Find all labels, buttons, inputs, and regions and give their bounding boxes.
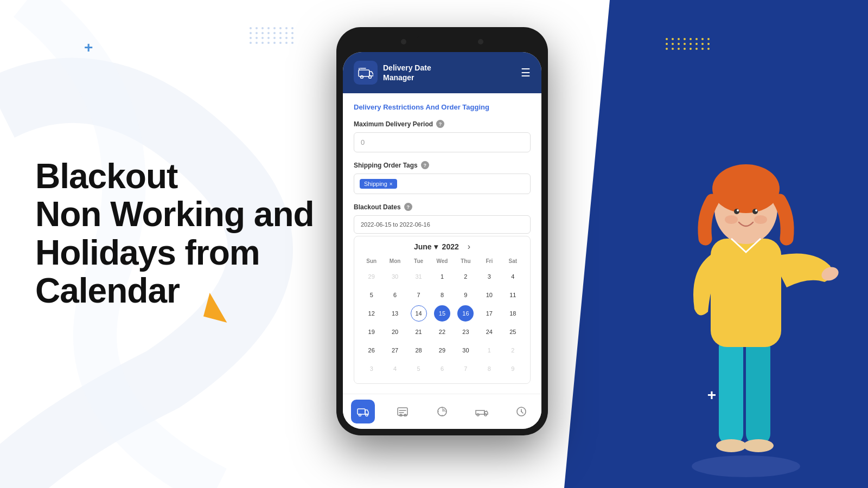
app-title-text: Delivery Date Manager bbox=[383, 63, 431, 82]
bottom-navigation bbox=[343, 394, 541, 429]
day-thu: Thu bbox=[454, 257, 477, 265]
cal-day-22[interactable]: 22 bbox=[434, 324, 450, 340]
cal-day-3[interactable]: 3 bbox=[481, 268, 497, 285]
day-tue: Tue bbox=[407, 257, 430, 265]
cal-day-30[interactable]: 30 bbox=[457, 342, 474, 358]
month-dropdown-icon: ▾ bbox=[434, 242, 438, 251]
cal-day-7[interactable]: 7 bbox=[411, 287, 427, 303]
max-delivery-label: Maximum Delivery Period ? bbox=[354, 120, 531, 128]
cal-day-3-next[interactable]: 3 bbox=[363, 361, 380, 377]
phone-screen: Delivery Date Manager ☰ Delivery Restric… bbox=[343, 52, 541, 429]
svg-point-14 bbox=[692, 455, 800, 477]
svg-point-1 bbox=[361, 76, 363, 79]
cal-day-25[interactable]: 25 bbox=[505, 324, 521, 340]
max-delivery-input[interactable] bbox=[354, 132, 531, 152]
cal-day-4[interactable]: 4 bbox=[505, 268, 521, 285]
calendar-week-1: 29 30 31 1 2 3 4 bbox=[360, 267, 525, 286]
cal-day-9-next[interactable]: 9 bbox=[505, 361, 521, 377]
cal-day-26[interactable]: 26 bbox=[363, 342, 380, 358]
character-illustration bbox=[651, 108, 841, 488]
nav-delivery-icon[interactable] bbox=[351, 400, 375, 423]
cal-day-17[interactable]: 17 bbox=[481, 305, 497, 322]
cal-day-4-next[interactable]: 4 bbox=[387, 361, 403, 377]
cal-day-8[interactable]: 8 bbox=[434, 287, 450, 303]
svg-point-23 bbox=[734, 209, 739, 214]
svg-point-18 bbox=[743, 439, 774, 452]
cal-day-5[interactable]: 5 bbox=[363, 287, 380, 303]
cal-day-29[interactable]: 29 bbox=[434, 342, 450, 358]
cal-day-2[interactable]: 2 bbox=[457, 268, 474, 285]
nav-analytics-icon[interactable] bbox=[430, 400, 454, 423]
cal-day-2-next[interactable]: 2 bbox=[505, 342, 521, 358]
calendar-week-6: 3 4 5 6 7 8 9 bbox=[360, 359, 525, 378]
svg-point-22 bbox=[712, 164, 780, 213]
max-delivery-help-icon[interactable]: ? bbox=[436, 120, 444, 128]
calendar-grid: Sun Mon Tue Wed Thu Fri Sat 29 30 bbox=[360, 257, 525, 378]
cal-day-27[interactable]: 27 bbox=[387, 342, 403, 358]
headline-line1: Blackout bbox=[35, 157, 177, 196]
svg-point-2 bbox=[369, 76, 372, 79]
nav-vehicle-icon[interactable] bbox=[470, 400, 494, 423]
cal-day-6-next[interactable]: 6 bbox=[434, 361, 450, 377]
calendar-next-button[interactable]: › bbox=[468, 242, 470, 252]
headline-line2: Non Working and bbox=[35, 195, 314, 234]
cal-day-24[interactable]: 24 bbox=[481, 324, 497, 340]
blackout-dates-help-icon[interactable]: ? bbox=[404, 203, 412, 211]
app-title-line2: Manager bbox=[383, 73, 431, 82]
headline-line3: Holidays from bbox=[35, 233, 260, 272]
blackout-date-input[interactable]: 2022-06-15 to 2022-06-16 bbox=[354, 215, 531, 234]
svg-point-4 bbox=[359, 414, 361, 416]
cal-day-8-next[interactable]: 8 bbox=[481, 361, 497, 377]
cal-day-11[interactable]: 11 bbox=[505, 287, 521, 303]
headline-line4: Calendar bbox=[35, 271, 180, 310]
cal-day-30-prev[interactable]: 30 bbox=[387, 268, 403, 285]
cal-day-28[interactable]: 28 bbox=[411, 342, 427, 358]
svg-rect-15 bbox=[719, 336, 743, 445]
cal-day-13[interactable]: 13 bbox=[387, 305, 403, 322]
calendar-month-selector[interactable]: June ▾ bbox=[414, 242, 438, 251]
svg-point-5 bbox=[366, 414, 368, 416]
cal-day-16[interactable]: 16 bbox=[457, 305, 474, 322]
cal-day-19[interactable]: 19 bbox=[363, 324, 380, 340]
cal-day-31-prev[interactable]: 31 bbox=[411, 268, 427, 285]
nav-schedule-icon[interactable] bbox=[509, 400, 533, 423]
hamburger-menu[interactable]: ☰ bbox=[521, 66, 531, 79]
cal-day-21[interactable]: 21 bbox=[411, 324, 427, 340]
svg-point-24 bbox=[752, 209, 758, 214]
cal-day-6[interactable]: 6 bbox=[387, 287, 403, 303]
notch-center-bar bbox=[415, 36, 469, 47]
svg-point-26 bbox=[755, 209, 757, 211]
shipping-tags-label: Shipping Order Tags ? bbox=[354, 161, 531, 169]
app-logo-area: Delivery Date Manager bbox=[354, 61, 431, 85]
tag-remove-button[interactable]: × bbox=[390, 181, 393, 187]
svg-point-10 bbox=[477, 414, 479, 416]
notch-dot-right bbox=[478, 39, 483, 44]
svg-rect-0 bbox=[359, 70, 369, 76]
shipping-tags-help-icon[interactable]: ? bbox=[421, 161, 429, 169]
cal-day-9[interactable]: 9 bbox=[457, 287, 474, 303]
cal-day-1-next[interactable]: 1 bbox=[481, 342, 497, 358]
cal-day-20[interactable]: 20 bbox=[387, 324, 403, 340]
day-wed: Wed bbox=[430, 257, 454, 265]
cal-day-12[interactable]: 12 bbox=[363, 305, 380, 322]
calendar-week-2: 5 6 7 8 9 10 11 bbox=[360, 286, 525, 304]
day-sun: Sun bbox=[360, 257, 383, 265]
cal-day-5-next[interactable]: 5 bbox=[411, 361, 427, 377]
nav-orders-icon[interactable] bbox=[391, 400, 414, 423]
cal-day-18[interactable]: 18 bbox=[505, 305, 521, 322]
cal-day-29-prev[interactable]: 29 bbox=[363, 268, 380, 285]
svg-rect-16 bbox=[746, 336, 770, 445]
dots-decoration-top bbox=[250, 27, 295, 44]
cal-day-14[interactable]: 14 bbox=[411, 305, 427, 322]
cal-day-23[interactable]: 23 bbox=[457, 324, 474, 340]
cal-day-10[interactable]: 10 bbox=[481, 287, 497, 303]
calendar-day-names: Sun Mon Tue Wed Thu Fri Sat bbox=[360, 257, 525, 265]
svg-point-28 bbox=[754, 215, 767, 224]
calendar-week-4: 19 20 21 22 23 24 25 bbox=[360, 323, 525, 341]
calendar-month-text: June bbox=[414, 242, 432, 251]
cal-day-7-next[interactable]: 7 bbox=[457, 361, 474, 377]
cal-day-15[interactable]: 15 bbox=[434, 305, 450, 322]
section-title: Delivery Restrictions And Order Tagging bbox=[354, 103, 531, 111]
shipping-tags-input[interactable]: Shipping × bbox=[354, 174, 531, 194]
cal-day-1[interactable]: 1 bbox=[434, 268, 450, 285]
